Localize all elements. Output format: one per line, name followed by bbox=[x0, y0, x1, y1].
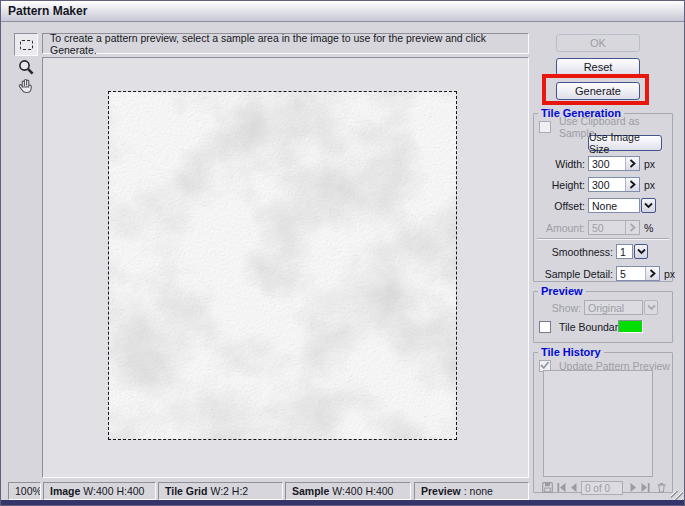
offset-row: Offset: None bbox=[534, 198, 672, 213]
title-bar[interactable]: Pattern Maker bbox=[1, 1, 684, 22]
chevron-right-icon bbox=[629, 180, 636, 189]
status-tile-grid-label: Tile Grid bbox=[165, 485, 207, 497]
show-dropdown-button bbox=[644, 300, 658, 315]
instruction-text: To create a pattern preview, select a sa… bbox=[50, 32, 528, 56]
show-value: Original bbox=[584, 300, 643, 315]
smoothness-label: Smoothness: bbox=[534, 246, 613, 258]
preview-title: Preview bbox=[538, 285, 586, 298]
status-image: Image W:400 H:400 bbox=[43, 482, 156, 500]
amount-row: Amount: % bbox=[534, 220, 672, 235]
preview-group: Preview Show: Original Tile Boundaries bbox=[533, 291, 673, 343]
height-field[interactable] bbox=[588, 177, 640, 192]
status-preview: Preview : none bbox=[414, 482, 529, 500]
zoom-icon bbox=[20, 61, 33, 74]
tile-history-nav bbox=[534, 481, 672, 495]
amount-unit: % bbox=[644, 222, 653, 234]
tile-history-preview bbox=[543, 370, 653, 477]
height-unit: px bbox=[644, 179, 655, 191]
sample-detail-row: Sample Detail: px bbox=[534, 266, 672, 281]
use-image-size-button[interactable]: Use Image Size bbox=[588, 135, 662, 151]
hand-icon bbox=[19, 80, 31, 93]
window-bottom-border bbox=[1, 500, 684, 505]
width-field[interactable] bbox=[588, 156, 640, 171]
check-icon bbox=[539, 359, 551, 371]
chevron-down-icon bbox=[637, 248, 646, 255]
status-tile-grid-value: W:2 H:2 bbox=[210, 485, 248, 497]
last-tile-icon bbox=[640, 482, 651, 493]
status-tile-grid: Tile Grid W:2 H:2 bbox=[158, 482, 283, 500]
next-tile-icon bbox=[628, 482, 639, 493]
chevron-right-icon bbox=[629, 159, 636, 168]
height-label: Height: bbox=[534, 179, 585, 191]
delete-tile-icon bbox=[656, 482, 667, 493]
sample-detail-input[interactable] bbox=[617, 267, 645, 280]
show-label: Show: bbox=[534, 302, 581, 314]
status-sample-label: Sample bbox=[292, 485, 329, 497]
width-input[interactable] bbox=[589, 157, 625, 170]
rectangular-marquee-icon bbox=[20, 40, 33, 50]
selection-marquee bbox=[108, 91, 457, 440]
sample-detail-slider-button[interactable] bbox=[645, 267, 659, 280]
width-slider-button[interactable] bbox=[625, 157, 639, 170]
width-unit: px bbox=[644, 158, 655, 170]
smoothness-row: Smoothness: 1 bbox=[534, 244, 672, 259]
smoothness-value[interactable]: 1 bbox=[616, 244, 633, 259]
group-separator bbox=[537, 238, 669, 240]
pattern-maker-dialog: Pattern Maker To create a pattern previe… bbox=[0, 0, 685, 506]
status-image-value: W:400 H:400 bbox=[83, 485, 144, 497]
status-sample-value: W:400 H:400 bbox=[332, 485, 393, 497]
status-image-label: Image bbox=[50, 485, 80, 497]
offset-dropdown-button[interactable] bbox=[641, 198, 656, 213]
height-slider-button[interactable] bbox=[625, 178, 639, 191]
amount-slider-button bbox=[625, 221, 639, 234]
hand-tool-button[interactable] bbox=[17, 77, 35, 95]
tile-boundaries-checkbox[interactable] bbox=[539, 321, 551, 333]
sample-detail-unit: px bbox=[664, 268, 675, 280]
offset-value[interactable]: None bbox=[588, 198, 640, 213]
tile-counter-input bbox=[582, 482, 622, 494]
window-title: Pattern Maker bbox=[8, 4, 87, 18]
tile-generation-group: Tile Generation Use Clipboard as Sample … bbox=[533, 113, 673, 282]
instruction-bar: To create a pattern preview, select a sa… bbox=[42, 33, 529, 54]
status-preview-label: Preview bbox=[421, 485, 461, 497]
height-input[interactable] bbox=[589, 178, 625, 191]
zoom-level-text: 100% bbox=[15, 485, 41, 497]
amount-input bbox=[589, 221, 625, 234]
amount-label: Amount: bbox=[534, 222, 585, 234]
show-row: Show: Original bbox=[534, 300, 672, 315]
tile-counter-box bbox=[581, 481, 623, 495]
marquee-tool-button[interactable] bbox=[14, 33, 38, 56]
smoothness-dropdown-button[interactable] bbox=[634, 244, 648, 259]
width-row: Width: px bbox=[534, 156, 672, 171]
use-clipboard-checkbox bbox=[539, 121, 551, 133]
previous-tile-icon bbox=[568, 482, 579, 493]
sample-detail-label: Sample Detail: bbox=[534, 268, 613, 280]
tile-boundaries-swatch[interactable] bbox=[618, 320, 643, 333]
tile-boundaries-row: Tile Boundaries bbox=[534, 319, 672, 334]
chevron-right-icon bbox=[629, 223, 636, 232]
status-sample: Sample W:400 H:400 bbox=[285, 482, 411, 500]
first-tile-icon bbox=[556, 482, 567, 493]
width-label: Width: bbox=[534, 158, 585, 170]
zoom-tool-button[interactable] bbox=[18, 59, 35, 76]
tile-history-group: Tile History Update Pattern Preview bbox=[533, 352, 673, 493]
height-row: Height: px bbox=[534, 177, 672, 192]
amount-field bbox=[588, 220, 640, 235]
offset-label: Offset: bbox=[534, 200, 585, 212]
save-preset-icon bbox=[542, 482, 553, 493]
status-preview-value: : none bbox=[464, 485, 493, 497]
chevron-down-icon bbox=[647, 304, 656, 311]
ok-button: OK bbox=[556, 34, 640, 52]
chevron-right-icon bbox=[649, 269, 656, 278]
generate-button[interactable]: Generate bbox=[556, 82, 640, 100]
zoom-level: 100% bbox=[8, 482, 41, 500]
chevron-down-icon bbox=[644, 202, 653, 209]
sample-detail-field[interactable] bbox=[616, 266, 660, 281]
